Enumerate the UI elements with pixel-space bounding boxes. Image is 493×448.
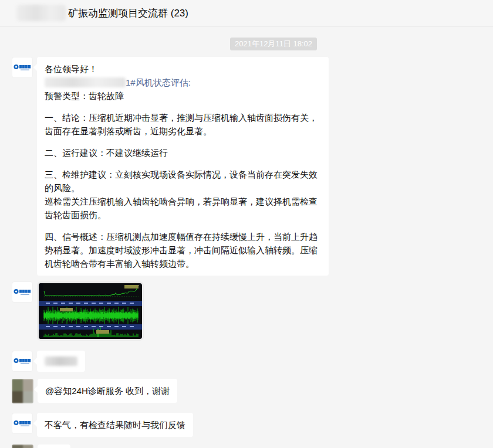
- ronds-logo-avatar[interactable]: [12, 281, 33, 303]
- message-image: [12, 281, 481, 341]
- message-redacted: [12, 351, 481, 372]
- timestamp-badge: 2021年12月11日 18:02: [230, 38, 317, 50]
- report-equipment-line: 1#风机状态评估:: [45, 76, 321, 89]
- redacted-equipment-name: [45, 77, 126, 87]
- report-section: 三、检维护建议：立刻核实现场设备实际情况，设备当前存在突发失效的风险。 巡检需关…: [45, 168, 321, 222]
- ronds-logo-avatar[interactable]: [12, 351, 33, 372]
- message-report: 各位领导好！ 1#风机状态评估: 预警类型：齿轮故障 一、结论：压缩机近期冲击显…: [12, 57, 481, 276]
- avatar-photo-icon: [12, 379, 33, 403]
- report-section: 二、运行建议：不建议继续运行: [45, 146, 321, 159]
- user-photo-avatar[interactable]: [12, 444, 33, 448]
- report-section: 四、信号概述：压缩机测点加速度幅值存在持续缓慢上升，当前上升趋势稍显著。加速度时…: [45, 230, 321, 270]
- company-logo-icon: [13, 288, 31, 296]
- vibration-analysis-image[interactable]: [37, 281, 144, 341]
- report-sections: 一、结论：压缩机近期冲击显著，推测与压缩机输入轴齿面损伤有关，齿面存在显著剥落或…: [45, 111, 321, 270]
- report-bubble: 各位领导好！ 1#风机状态评估: 预警类型：齿轮故障 一、结论：压缩机近期冲击显…: [37, 57, 329, 276]
- message-welcome: 不客气，有检查结果随时与我们反馈: [12, 413, 481, 437]
- ok-bubble: 好的: [38, 444, 70, 448]
- message-ack: @容知24H诊断服务 收到，谢谢: [12, 379, 481, 403]
- company-logo-icon: [13, 419, 31, 427]
- report-section: 一、结论：压缩机近期冲击显著，推测与压缩机输入轴齿面损伤有关，齿面存在显著剥落或…: [45, 111, 321, 138]
- ronds-logo-avatar[interactable]: [12, 57, 33, 78]
- ronds-logo-avatar[interactable]: [12, 413, 33, 434]
- chat-header: 矿振动监测项目交流群 (23): [0, 0, 493, 26]
- equipment-status-link[interactable]: 1#风机状态评估:: [126, 77, 191, 87]
- vibration-analysis-plot-icon: [39, 283, 142, 339]
- message-ok: 好的: [12, 444, 481, 448]
- company-logo-icon: [13, 357, 31, 365]
- avatar-photo-icon: [12, 444, 33, 448]
- company-logo-icon: [13, 63, 31, 72]
- user-photo-avatar[interactable]: [12, 379, 33, 403]
- chat-scroll-area[interactable]: 2021年12月11日 18:02 各位领导好！ 1#风机状态评估:: [0, 26, 493, 448]
- redacted-group-prefix: [16, 5, 66, 21]
- redacted-text: [45, 357, 77, 366]
- ack-bubble: @容知24H诊断服务 收到，谢谢: [38, 379, 177, 403]
- report-greeting: 各位领导好！: [45, 62, 321, 76]
- chat-window: 矿振动监测项目交流群 (23) 2021年12月11日 18:02 各位领导好！: [0, 0, 493, 448]
- report-alert-type: 预警类型：齿轮故障: [45, 89, 321, 103]
- redacted-bubble: [37, 351, 85, 372]
- welcome-bubble: 不客气，有检查结果随时与我们反馈: [37, 413, 193, 437]
- timestamp-row: 2021年12月11日 18:02: [39, 38, 493, 50]
- chat-title: 矿振动监测项目交流群 (23): [68, 6, 188, 20]
